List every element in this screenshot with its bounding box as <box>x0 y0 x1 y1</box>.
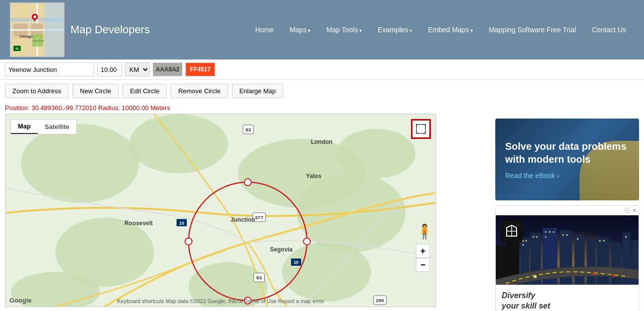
right-sidebar: Solve your data problems with modern too… <box>490 114 644 311</box>
remove-circle-button[interactable]: Remove Circle <box>171 84 228 98</box>
svg-rect-78 <box>562 234 564 236</box>
svg-point-20 <box>21 124 139 203</box>
main-content: 83 377 10 10 83 290 London Yates <box>0 114 644 311</box>
svg-rect-80 <box>577 238 579 240</box>
svg-text:83: 83 <box>256 275 262 280</box>
svg-point-27 <box>282 243 371 302</box>
svg-rect-69 <box>523 240 524 242</box>
svg-text:Segovia: Segovia <box>270 246 293 253</box>
svg-point-21 <box>129 114 228 173</box>
svg-point-49 <box>303 238 310 245</box>
enlarge-map-button[interactable]: Enlarge Map <box>232 84 284 98</box>
svg-rect-76 <box>553 231 554 233</box>
site-title: Map Developers <box>70 23 150 36</box>
logo-area: Chicago Grant Park 41 Map Developers <box>10 2 150 57</box>
radius-input[interactable] <box>97 62 122 76</box>
zoom-controls: + − <box>416 244 430 272</box>
fill-color-box[interactable]: FF4517 <box>185 62 215 76</box>
ad-tagline: Diversify your skill set <box>502 291 633 311</box>
logo-map-thumbnail: Chicago Grant Park 41 <box>10 2 64 57</box>
ad-card-2-image <box>496 215 639 285</box>
svg-rect-6 <box>44 3 63 56</box>
svg-point-85 <box>593 272 596 275</box>
svg-rect-72 <box>532 236 534 238</box>
svg-text:London: London <box>311 138 333 145</box>
svg-text:377: 377 <box>255 215 263 220</box>
svg-text:Junction: Junction <box>231 216 255 223</box>
ad-card-1-title: Solve your data problems with modern too… <box>505 140 629 166</box>
nav-examples[interactable]: Examples▾ <box>370 22 420 38</box>
svg-rect-73 <box>536 236 537 238</box>
map-svg: 83 377 10 10 83 290 London Yates <box>5 114 436 307</box>
svg-point-23 <box>337 129 415 178</box>
svg-text:290: 290 <box>376 298 384 303</box>
expand-map-button[interactable] <box>411 119 431 139</box>
svg-rect-74 <box>545 231 546 233</box>
map-attribution: Keyboard shortcuts Map data ©2022 Google… <box>117 298 324 304</box>
nav-mapping-software[interactable]: Mapping Software Free Trial <box>481 22 584 38</box>
zoom-to-address-button[interactable]: Zoom to Address <box>5 84 68 98</box>
ad-card-2-header: ⓘ ✕ <box>496 206 639 215</box>
svg-point-14 <box>33 15 36 18</box>
new-circle-button[interactable]: New Circle <box>72 84 118 98</box>
svg-text:41: 41 <box>15 47 19 50</box>
svg-text:10: 10 <box>293 260 298 265</box>
ad-card-1[interactable]: Solve your data problems with modern too… <box>495 119 639 200</box>
svg-rect-66 <box>611 243 621 284</box>
svg-text:83: 83 <box>245 127 251 132</box>
position-info: Position: 30.489360,-99.772010 Radius: 1… <box>0 102 644 114</box>
svg-rect-64 <box>587 240 596 284</box>
svg-rect-51 <box>416 124 425 133</box>
toolbar: KM MI AAA8A2 FF4517 <box>0 60 644 80</box>
svg-rect-7 <box>13 23 28 29</box>
svg-rect-70 <box>526 240 527 242</box>
ad-logo <box>501 220 523 242</box>
svg-point-84 <box>533 275 536 278</box>
svg-text:Chicago: Chicago <box>19 35 33 39</box>
unit-select[interactable]: KM MI <box>125 62 150 76</box>
nav-maps[interactable]: Maps▾ <box>282 22 318 38</box>
outline-color-box[interactable]: AAA8A2 <box>153 62 182 76</box>
ad-close-icon[interactable]: ✕ <box>632 207 637 214</box>
svg-point-48 <box>185 238 192 245</box>
map-type-buttons: Map Satellite <box>10 119 77 134</box>
expand-icon <box>416 124 426 134</box>
edit-circle-button[interactable]: Edit Circle <box>122 84 167 98</box>
svg-rect-83 <box>625 236 627 238</box>
address-input[interactable] <box>5 62 94 76</box>
zoom-in-button[interactable]: + <box>416 244 430 258</box>
nav-embed-maps[interactable]: Embed Maps▾ <box>420 22 480 38</box>
zoom-out-button[interactable]: − <box>416 258 430 272</box>
map-section: 83 377 10 10 83 290 London Yates <box>0 114 490 311</box>
map-type-map-button[interactable]: Map <box>11 120 38 134</box>
ad-card-2-body: Diversify your skill set Learn More <box>496 285 639 311</box>
button-row: Zoom to Address New Circle Edit Circle R… <box>0 80 644 102</box>
ad-info-icon[interactable]: ⓘ <box>625 207 630 214</box>
svg-text:Roosevelt: Roosevelt <box>124 220 153 227</box>
main-nav: Home Maps▾ Map Tools▾ Examples▾ Embed Ma… <box>247 22 634 38</box>
street-view-person[interactable]: 🧍 <box>416 223 430 243</box>
svg-point-47 <box>244 179 251 186</box>
svg-rect-65 <box>597 238 609 284</box>
svg-rect-79 <box>566 234 568 236</box>
svg-rect-82 <box>603 240 604 242</box>
nav-contact-us[interactable]: Contact Us <box>584 22 634 38</box>
ad-card-1-link[interactable]: Read the eBook › <box>505 172 629 180</box>
ad-card-2: ⓘ ✕ <box>495 205 639 311</box>
nav-map-tools[interactable]: Map Tools▾ <box>318 22 370 38</box>
google-logo: Google <box>9 297 32 304</box>
svg-rect-9 <box>31 23 43 29</box>
svg-point-86 <box>612 274 615 277</box>
svg-text:Yates: Yates <box>306 173 322 180</box>
header: Chicago Grant Park 41 Map Developers Hom… <box>0 0 644 60</box>
map-container[interactable]: 83 377 10 10 83 290 London Yates <box>5 114 436 307</box>
nav-home[interactable]: Home <box>247 22 282 38</box>
svg-rect-63 <box>575 235 585 284</box>
svg-rect-71 <box>523 244 524 246</box>
svg-text:Grant Park: Grant Park <box>32 40 44 42</box>
svg-rect-75 <box>549 231 550 233</box>
svg-rect-77 <box>545 236 546 238</box>
map-type-satellite-button[interactable]: Satellite <box>38 120 76 134</box>
svg-text:10: 10 <box>179 221 184 226</box>
svg-rect-81 <box>599 240 601 242</box>
